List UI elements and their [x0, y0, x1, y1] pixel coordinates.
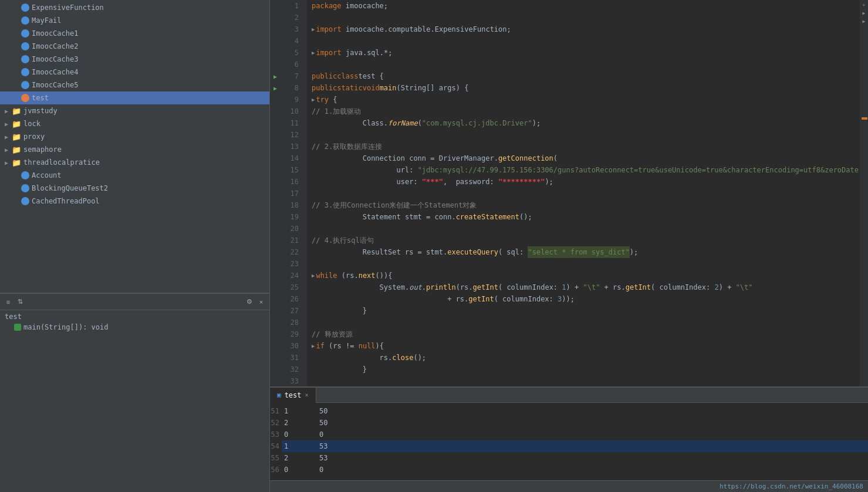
folder-icon: 📁	[12, 107, 21, 116]
class-name: test	[5, 313, 22, 321]
run-line-btn[interactable]: ▶	[271, 72, 280, 81]
folder-icon: 📁	[12, 120, 21, 128]
sidebar: ExpensiveFunctionMayFailImoocCache1Imooc…	[0, 0, 270, 492]
file-icon	[21, 16, 29, 25]
url-bar: https://blog.csdn.net/weixin_46008168	[270, 480, 868, 492]
sidebar-item-blockingqueuetest2[interactable]: BlockingQueueTest2	[0, 182, 269, 195]
code-lines[interactable]: package imoocache;▶import imoocache.comp…	[307, 0, 860, 386]
method-icon	[14, 324, 21, 331]
console-tab-icon: ▣	[277, 391, 281, 399]
code-line-14: Connection conn = DriverManager.getConne…	[312, 152, 859, 164]
tree-arrow: ▶	[5, 160, 12, 166]
gutter-expand-btn[interactable]: +	[860, 1, 867, 8]
code-line-6	[312, 59, 859, 70]
sidebar-item-threadlocalpratice[interactable]: ▶📁threadlocalpratice	[0, 156, 269, 169]
console-tab-label: test	[285, 391, 302, 399]
console-data: 1502500015325300	[282, 405, 868, 478]
tree-item-label: ImoocCache5	[32, 81, 78, 89]
structure-method[interactable]: main(String[]): void	[5, 323, 265, 331]
file-icon	[21, 55, 29, 63]
file-icon	[21, 68, 29, 76]
console-row: 153	[282, 440, 868, 452]
code-line-25: System.out.println(rs.getInt( columnInde…	[312, 281, 859, 293]
sidebar-item-jvmstudy[interactable]: ▶📁jvmstudy	[0, 104, 269, 117]
tree-item-label: ImoocCache1	[32, 29, 78, 38]
structure-close-btn[interactable]: ×	[256, 297, 266, 307]
file-icon	[21, 42, 29, 50]
url-text: https://blog.csdn.net/weixin_46008168	[720, 483, 863, 490]
code-line-23	[312, 258, 859, 270]
right-gutter: + ▶ ▶	[860, 0, 868, 386]
sidebar-tree[interactable]: ExpensiveFunctionMayFailImoocCache1Imooc…	[0, 0, 269, 293]
sidebar-item-account[interactable]: Account	[0, 169, 269, 182]
code-line-24: ▶while (rs.next()){	[312, 270, 859, 281]
console-tab-close[interactable]: ×	[305, 392, 309, 398]
tree-item-label: proxy	[23, 133, 45, 141]
run-line-btn[interactable]: ▶	[271, 83, 280, 93]
code-line-9: ▶try {	[312, 94, 859, 106]
code-line-32: }	[312, 364, 859, 375]
code-line-31: rs.close();	[312, 352, 859, 364]
scroll-indicator	[862, 117, 867, 120]
file-icon	[21, 81, 29, 89]
sidebar-item-proxy[interactable]: ▶📁proxy	[0, 130, 269, 143]
console-row: 250	[282, 417, 868, 429]
file-icon	[21, 171, 29, 179]
console-row: 253	[282, 452, 868, 464]
code-line-3: ▶import imoocache.computable.ExpensiveFu…	[312, 23, 859, 35]
code-line-19: Statement stmt = conn.createStatement();	[312, 211, 859, 223]
code-scroll[interactable]: ▶▶ 1234567891011121314151617181920212223…	[270, 0, 860, 386]
sidebar-item-expensivefunction[interactable]: ExpensiveFunction	[0, 1, 269, 14]
code-line-1: package imoocache;	[312, 0, 859, 12]
console-output: 515253545556 1502500015325300	[270, 403, 868, 480]
code-line-16: user: "***", password: "*********");	[312, 176, 859, 188]
code-line-10: // 1.加载驱动	[312, 106, 859, 117]
file-icon	[21, 94, 29, 102]
sidebar-item-imooccache3[interactable]: ImoocCache3	[0, 53, 269, 66]
code-line-5: ▶import java.sql.*;	[312, 47, 859, 59]
code-line-18: // 3.使用Connection来创建一个Statement对象	[312, 199, 859, 211]
tree-item-label: BlockingQueueTest2	[32, 184, 108, 192]
console-row: 00	[282, 429, 868, 440]
tree-item-label: ImoocCache3	[32, 55, 78, 63]
tree-arrow: ▶	[5, 108, 12, 114]
method-label: main(String[]): void	[23, 323, 109, 331]
code-line-20	[312, 223, 859, 235]
folder-icon: 📁	[12, 145, 21, 154]
structure-sort-btn[interactable]: ⇅	[15, 297, 25, 307]
sidebar-item-imooccache4[interactable]: ImoocCache4	[0, 66, 269, 79]
sidebar-item-cachedthreadpool[interactable]: CachedThreadPool	[0, 195, 269, 208]
code-line-21: // 4.执行sql语句	[312, 235, 859, 246]
console-tab-bar: ▣ test ×	[270, 388, 868, 403]
code-line-27: }	[312, 305, 859, 317]
tree-item-label: semaphore	[23, 145, 62, 154]
gutter-play1-btn[interactable]: ▶	[860, 9, 867, 16]
gutter-play2-btn[interactable]: ▶	[860, 18, 867, 25]
folder-icon: 📁	[12, 133, 21, 141]
code-content: ▶▶ 1234567891011121314151617181920212223…	[270, 0, 860, 386]
tree-item-label: lock	[23, 120, 40, 128]
sidebar-item-semaphore[interactable]: ▶📁semaphore	[0, 143, 269, 156]
code-line-17	[312, 188, 859, 199]
structure-align-btn[interactable]: ≡	[4, 297, 13, 307]
sidebar-item-mayfail[interactable]: MayFail	[0, 14, 269, 27]
tree-item-label: threadlocalpratice	[23, 158, 100, 167]
file-icon	[21, 184, 29, 192]
console-tab-test[interactable]: ▣ test ×	[270, 388, 316, 403]
code-line-33	[312, 375, 859, 386]
code-line-22: ResultSet rs = stmt.executeQuery( sql: "…	[312, 246, 859, 258]
code-line-26: + rs.getInt( columnIndex: 3));	[312, 293, 859, 305]
sidebar-item-imooccache1[interactable]: ImoocCache1	[0, 27, 269, 40]
tree-item-label: ImoocCache2	[32, 42, 78, 50]
code-line-30: ▶if (rs != null){	[312, 340, 859, 352]
structure-toolbar: ≡ ⇅ ⚙ ×	[0, 294, 269, 310]
tree-item-label: jvmstudy	[23, 107, 58, 115]
console-row: 150	[282, 405, 868, 417]
tree-arrow: ▶	[5, 121, 12, 127]
sidebar-item-lock[interactable]: ▶📁lock	[0, 117, 269, 130]
code-line-15: url: "jdbc:mysql://47.99.175.156:3306/gu…	[312, 164, 859, 176]
sidebar-item-imooccache5[interactable]: ImoocCache5	[0, 79, 269, 91]
sidebar-item-test[interactable]: test	[0, 91, 269, 104]
structure-settings-btn[interactable]: ⚙	[245, 297, 254, 307]
sidebar-item-imooccache2[interactable]: ImoocCache2	[0, 40, 269, 53]
